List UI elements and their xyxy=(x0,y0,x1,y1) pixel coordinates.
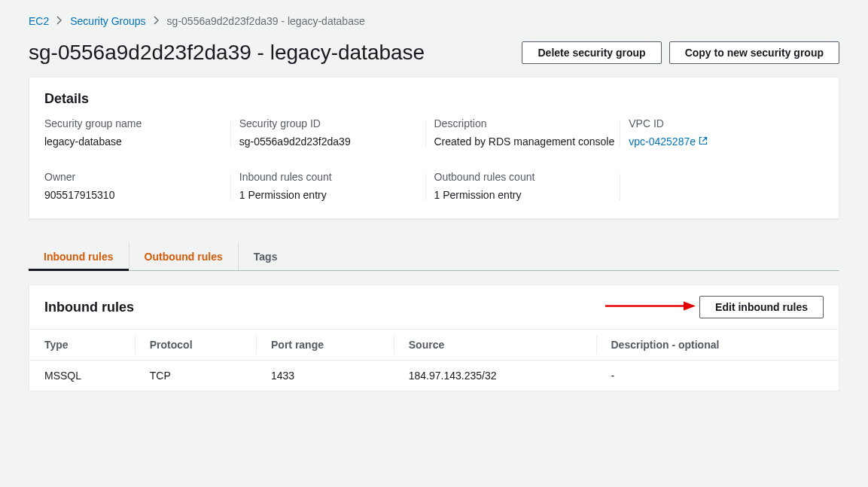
title-row: sg-0556a9d2d23f2da39 - legacy-database D… xyxy=(29,41,839,65)
detail-value: 905517915310 xyxy=(44,187,230,203)
rules-header: Inbound rules Edit inbound rules xyxy=(29,285,839,329)
tabs: Inbound rules Outbound rules Tags xyxy=(29,243,839,271)
detail-inbound-count: Inbound rules count 1 Permission entry xyxy=(239,171,434,203)
external-link-icon xyxy=(699,134,708,150)
breadcrumb: EC2 Security Groups sg-0556a9d2d23f2da39… xyxy=(29,15,839,27)
details-heading: Details xyxy=(29,78,839,117)
table-header-row: Type Protocol Port range Source Descript… xyxy=(29,330,839,361)
col-type[interactable]: Type xyxy=(29,330,135,361)
detail-label: Inbound rules count xyxy=(239,171,425,183)
cell-source: 184.97.143.235/32 xyxy=(394,361,596,391)
detail-sg-id: Security group ID sg-0556a9d2d23f2da39 xyxy=(239,117,434,150)
detail-label: Security group name xyxy=(44,117,230,129)
chevron-right-icon xyxy=(154,15,160,27)
vpc-link[interactable]: vpc-0425287e xyxy=(629,134,708,150)
title-actions: Delete security group Copy to new securi… xyxy=(522,41,839,64)
breadcrumb-link-ec2[interactable]: EC2 xyxy=(29,15,49,27)
chevron-right-icon xyxy=(56,15,62,27)
details-panel: Details Security group name legacy-datab… xyxy=(29,77,839,219)
detail-value: sg-0556a9d2d23f2da39 xyxy=(239,134,425,150)
breadcrumb-link-security-groups[interactable]: Security Groups xyxy=(70,15,145,27)
col-protocol[interactable]: Protocol xyxy=(135,330,256,361)
arrow-annotation-icon xyxy=(605,300,696,315)
detail-label: Security group ID xyxy=(239,117,425,129)
tab-tags[interactable]: Tags xyxy=(239,243,293,270)
cell-protocol: TCP xyxy=(135,361,256,391)
detail-label: Description xyxy=(434,117,620,129)
detail-value: Created by RDS management console xyxy=(434,134,620,150)
svg-marker-1 xyxy=(684,302,696,311)
detail-empty xyxy=(629,171,824,203)
col-description[interactable]: Description - optional xyxy=(596,330,839,361)
detail-label: VPC ID xyxy=(629,117,815,129)
detail-value: 1 Permission entry xyxy=(239,187,425,203)
detail-outbound-count: Outbound rules count 1 Permission entry xyxy=(434,171,629,203)
tab-inbound-rules[interactable]: Inbound rules xyxy=(29,243,129,270)
copy-security-group-button[interactable]: Copy to new security group xyxy=(669,41,839,64)
inbound-rules-table: Type Protocol Port range Source Descript… xyxy=(29,329,839,391)
cell-port-range: 1433 xyxy=(256,361,394,391)
cell-type: MSSQL xyxy=(29,361,135,391)
vpc-id-text: vpc-0425287e xyxy=(629,134,696,150)
detail-vpc-id: VPC ID vpc-0425287e xyxy=(629,117,824,150)
delete-security-group-button[interactable]: Delete security group xyxy=(522,41,661,64)
details-grid: Security group name legacy-database Secu… xyxy=(29,117,839,218)
inbound-rules-panel: Inbound rules Edit inbound rules Type Pr… xyxy=(29,285,839,391)
col-source[interactable]: Source xyxy=(394,330,596,361)
detail-sg-name: Security group name legacy-database xyxy=(44,117,239,150)
detail-owner: Owner 905517915310 xyxy=(44,171,239,203)
tab-outbound-rules[interactable]: Outbound rules xyxy=(129,243,239,270)
table-row[interactable]: MSSQL TCP 1433 184.97.143.235/32 - xyxy=(29,361,839,391)
detail-value: legacy-database xyxy=(44,134,230,150)
breadcrumb-current: sg-0556a9d2d23f2da39 - legacy-database xyxy=(167,15,365,27)
detail-label: Owner xyxy=(44,171,230,183)
detail-label: Outbound rules count xyxy=(434,171,620,183)
edit-inbound-rules-button[interactable]: Edit inbound rules xyxy=(699,296,824,318)
cell-description: - xyxy=(596,361,839,391)
page-title: sg-0556a9d2d23f2da39 - legacy-database xyxy=(29,41,425,65)
detail-description: Description Created by RDS management co… xyxy=(434,117,629,150)
col-port-range[interactable]: Port range xyxy=(256,330,394,361)
rules-heading: Inbound rules xyxy=(44,300,134,315)
detail-value: 1 Permission entry xyxy=(434,187,620,203)
